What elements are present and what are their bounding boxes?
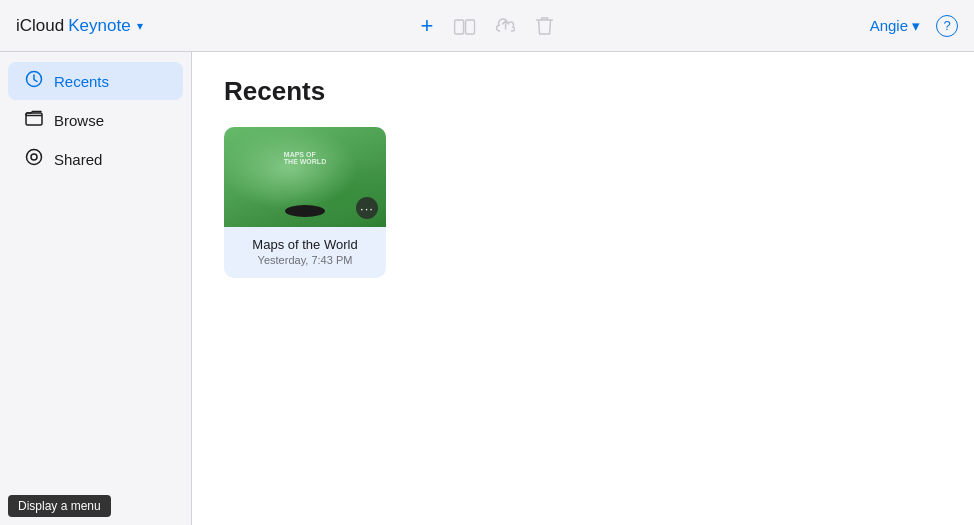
shared-icon	[24, 148, 44, 170]
sidebar-item-shared[interactable]: Shared	[8, 140, 183, 178]
add-button[interactable]: +	[421, 15, 434, 37]
help-icon: ?	[943, 18, 950, 33]
svg-rect-1	[465, 20, 474, 34]
file-grid: MAPS OFTHE WORLD ··· Maps of the World Y…	[224, 127, 942, 278]
main-layout: Recents Browse Shared Recents	[0, 52, 974, 525]
file-date-label: Yesterday, 7:43 PM	[224, 254, 386, 266]
svg-rect-0	[454, 20, 463, 34]
svg-point-5	[31, 154, 37, 160]
svg-point-4	[27, 150, 42, 165]
folder-icon	[24, 110, 44, 130]
user-chevron: ▾	[912, 17, 920, 35]
upload-button[interactable]	[495, 15, 515, 37]
help-button[interactable]: ?	[936, 15, 958, 37]
ellipsis-icon: ···	[360, 202, 374, 215]
clock-icon	[24, 70, 44, 92]
display-menu-tooltip: Display a menu	[8, 495, 111, 517]
sidebar-item-recents[interactable]: Recents	[8, 62, 183, 100]
content-area: Recents MAPS OFTHE WORLD ··· Maps of the…	[192, 52, 974, 525]
file-thumbnail: MAPS OFTHE WORLD ···	[224, 127, 386, 227]
app-title-group: iCloud Keynote ▾	[16, 16, 143, 36]
page-title: Recents	[224, 76, 942, 107]
header-right: Angie ▾ ?	[870, 15, 958, 37]
user-menu-button[interactable]: Angie ▾	[870, 17, 920, 35]
file-card[interactable]: MAPS OFTHE WORLD ··· Maps of the World Y…	[224, 127, 386, 278]
sidebar: Recents Browse Shared	[0, 52, 192, 525]
delete-button[interactable]	[535, 15, 553, 37]
view-button[interactable]	[453, 16, 475, 36]
app-dropdown-chevron[interactable]: ▾	[137, 19, 143, 33]
sidebar-item-browse-label: Browse	[54, 112, 104, 129]
file-name-label: Maps of the World	[224, 237, 386, 252]
sidebar-item-recents-label: Recents	[54, 73, 109, 90]
sidebar-item-browse[interactable]: Browse	[8, 102, 183, 138]
keynote-label[interactable]: Keynote	[68, 16, 130, 36]
file-options-button[interactable]: ···	[356, 197, 378, 219]
icloud-label: iCloud	[16, 16, 64, 36]
toolbar-center: +	[421, 15, 554, 37]
user-name-label: Angie	[870, 17, 908, 34]
thumbnail-disc	[285, 205, 325, 217]
sidebar-item-shared-label: Shared	[54, 151, 102, 168]
thumbnail-text-overlay: MAPS OFTHE WORLD	[284, 151, 326, 165]
header: iCloud Keynote ▾ + Angie ▾	[0, 0, 974, 52]
